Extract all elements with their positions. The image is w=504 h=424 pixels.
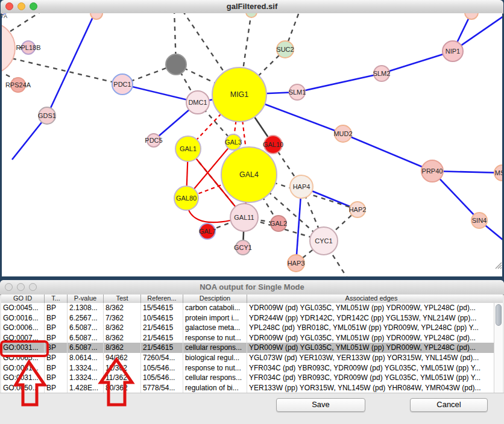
cell-edges: YDR009W (pd) YGL035C, YML051W (pp) YDR00… — [247, 343, 496, 353]
noa-window-title: NOA output for Single Mode — [0, 280, 504, 295]
column-header-edges[interactable]: Associated edges — [247, 295, 496, 303]
column-header-description[interactable]: Desciption — [183, 295, 247, 303]
cell-go_id: GO:0031... — [1, 363, 45, 373]
cell-p_value: 6.2567... — [68, 313, 104, 323]
noa-window-titlebar[interactable]: NOA output for Single Mode — [0, 280, 504, 295]
table-row[interactable]: GO:0031...BP1.3324...11/362105/546...cel… — [1, 373, 503, 383]
cell-p_value: 6.5087... — [68, 323, 104, 333]
cell-test: 8/362 — [104, 323, 141, 333]
cell-test: 8/362 — [104, 343, 141, 353]
node-top-green[interactable] — [246, 13, 257, 17]
cell-type: BP — [45, 373, 68, 383]
node-label-GAL7: GAL7 — [199, 228, 216, 235]
node-label-PRP40: PRP40 — [422, 167, 443, 175]
node-label-PDC1: PDC1 — [113, 81, 131, 88]
cell-test: 11/362 — [104, 373, 141, 383]
column-header-test[interactable]: Test — [104, 295, 141, 303]
cell-edges: YDR009W (pd) YGL035C, YML051W (pp) YDR00… — [247, 303, 496, 313]
cell-test: 8/362 — [104, 303, 141, 313]
network-edge — [343, 134, 432, 171]
table-row[interactable]: GO:0007...BP6.5087...8/36221/54615respon… — [1, 333, 503, 343]
resize-grip[interactable] — [500, 267, 502, 269]
node-label-frag-17a: 17A — [2, 13, 7, 19]
node-label-GAL80: GAL80 — [176, 195, 197, 202]
cell-p_value: 8.0614... — [68, 353, 104, 363]
cell-edges: YFR034C (pd) YBR093C, YDR009W (pd) YGL03… — [247, 373, 496, 383]
network-edge — [297, 73, 382, 92]
column-header-type[interactable]: T... — [45, 295, 68, 303]
cell-description: cellular respons... — [183, 373, 247, 383]
node-label-PDC5: PDC5 — [145, 137, 162, 144]
cell-type: BP — [45, 313, 68, 323]
cell-description: response to nut... — [183, 333, 247, 343]
node-label-HAP4: HAP4 — [293, 183, 310, 190]
cell-description: biological regul... — [183, 353, 247, 363]
column-header-go_id[interactable]: GO ID — [1, 295, 45, 303]
cell-description: regulation of bi... — [183, 383, 247, 393]
cell-reference: 5778/54... — [141, 383, 183, 393]
cell-reference: 15/54615 — [141, 303, 183, 313]
cell-go_id: GO:0006... — [1, 323, 45, 333]
cell-type: BP — [45, 323, 68, 333]
cell-reference: 10/54615 — [141, 313, 183, 323]
cell-edges: YFR034C (pd) YBR093C, YDR009W (pd) YGL03… — [247, 363, 496, 373]
noa-window: NOA output for Single Mode GO IDT...P-va… — [0, 280, 504, 424]
network-edge — [382, 51, 453, 73]
node-label-HAP2: HAP2 — [349, 206, 367, 213]
cell-edges: YDR009W (pd) YGL035C, YML051W (pp) YDR00… — [247, 333, 496, 343]
node-label-MIG1: MIG1 — [230, 90, 249, 99]
table-row[interactable]: GO:0065...BP8.0614...94/3627260/54...bio… — [1, 353, 503, 363]
annotation-highlight-box — [0, 340, 49, 357]
cell-go_id: GO:0016... — [1, 313, 45, 323]
node-label-DMC1: DMC1 — [188, 99, 207, 106]
table-row[interactable]: GO:0006...BP6.5087...8/36221/54615galact… — [1, 323, 503, 333]
node-label-GDS1: GDS1 — [38, 112, 56, 119]
save-button[interactable]: Save — [276, 398, 365, 412]
cell-description: galactose meta... — [183, 323, 247, 333]
table-row[interactable]: GO:0016...BP6.2567...7/36210/54615protei… — [1, 313, 503, 323]
cell-edges: YPL248C (pd) YBR018C, YML051W (pp) YDR00… — [247, 323, 496, 333]
cell-p_value: 1.3324... — [68, 373, 104, 383]
node-gray-node[interactable] — [166, 54, 186, 75]
results-table: GO:0045...BP2.1308...8/36215/54615carbon… — [1, 303, 503, 393]
node-label-GAL2: GAL2 — [270, 220, 287, 227]
node-label-NIP1: NIP1 — [446, 48, 460, 55]
table-row[interactable]: GO:0031...BP1.3324...11/362105/546...res… — [1, 363, 503, 373]
table-row[interactable]: GO:0050...BP1.428E...80/3625778/54...reg… — [1, 383, 503, 393]
node-label-GCY1: GCY1 — [234, 244, 252, 251]
column-header-reference[interactable]: Referen... — [141, 295, 183, 303]
cell-reference: 7260/54... — [141, 353, 183, 363]
node-label-RPL18B: RPL18B — [16, 44, 41, 51]
node-label-GAL3: GAL3 — [225, 139, 242, 146]
node-label-SLM2: SLM2 — [373, 70, 391, 77]
node-label-SIN4: SIN4 — [472, 217, 487, 224]
network-canvas[interactable]: 17ARPL18BRPS24AGDS1PDC1PDC5DMC1MIG1SUC2S… — [2, 13, 502, 276]
node-label-RPS24A: RPS24A — [5, 81, 31, 89]
graph-window-titlebar[interactable]: galFiltered.sif — [1, 0, 503, 14]
cell-p_value: 1.428E... — [68, 383, 104, 393]
cell-edges: YER133W (pp) YOR315W, YNL145W (pd) YHR08… — [247, 383, 496, 393]
node-label-GAL1: GAL1 — [180, 145, 197, 152]
cell-test: 80/362 — [104, 383, 141, 393]
cell-edges: YDR244W (pp) YDR142C, YDR142C (pp) YGL15… — [247, 313, 496, 323]
cell-p_value: 1.3324... — [68, 363, 104, 373]
vertical-scrollbar[interactable] — [494, 303, 503, 393]
column-header-p_value[interactable]: P-value — [68, 295, 104, 303]
node-label-CYC1: CYC1 — [315, 237, 332, 245]
cell-reference: 105/546... — [141, 363, 183, 373]
cell-p_value: 6.5087... — [68, 343, 104, 353]
node-top-right-pink[interactable] — [465, 13, 478, 19]
cell-go_id: GO:0045... — [1, 303, 45, 313]
cell-test: 11/362 — [104, 363, 141, 373]
table-row[interactable]: GO:0045...BP2.1308...8/36215/54615carbon… — [1, 303, 503, 313]
table-header: GO IDT...P-valueTestReferen...Desciption… — [1, 295, 503, 304]
table-row[interactable]: GO:0031...BP6.5087...8/36221/54615cellul… — [1, 343, 503, 353]
cell-edges: YGL073W (pd) YER103W, YER133W (pp) YOR31… — [247, 353, 496, 363]
network-edge — [47, 13, 95, 116]
cancel-button[interactable]: Cancel — [410, 398, 488, 412]
scrollbar-thumb[interactable] — [496, 304, 502, 326]
cell-go_id: GO:0050... — [1, 383, 45, 393]
graph-window: galFiltered.sif 17ARPL18BRPS24AGDS1PDC1P… — [1, 0, 503, 276]
cell-description: protein import i... — [183, 313, 247, 323]
cell-description: response to nut... — [183, 363, 247, 373]
